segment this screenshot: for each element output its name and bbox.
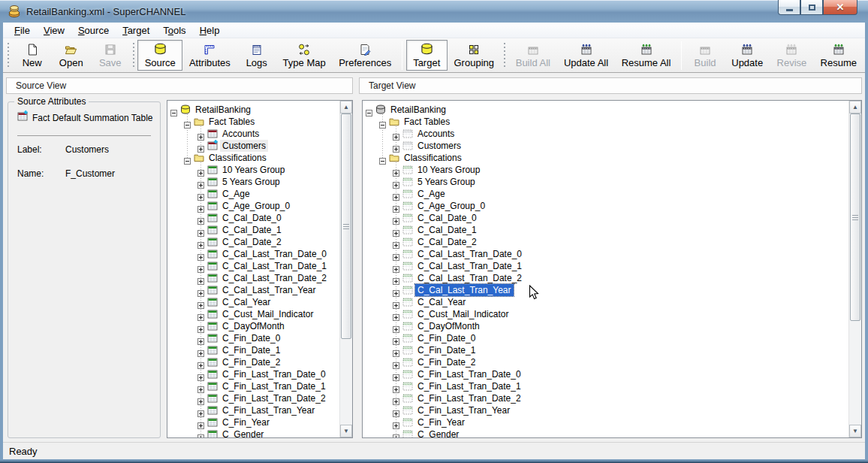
collapse-toggle-icon[interactable] bbox=[170, 106, 177, 113]
tbl-green-icon[interactable] bbox=[207, 321, 218, 331]
expand-toggle-icon[interactable] bbox=[197, 190, 204, 197]
logs-button[interactable]: Logs bbox=[237, 40, 276, 71]
expand-toggle-icon[interactable] bbox=[197, 202, 204, 209]
tree-item-label[interactable]: Fact Tables bbox=[206, 116, 257, 128]
expand-toggle-icon[interactable] bbox=[393, 322, 399, 329]
tbl-green-icon[interactable] bbox=[207, 285, 218, 295]
expand-toggle-icon[interactable] bbox=[393, 190, 399, 197]
titlebar[interactable]: RetailBanking.xml - SuperCHANNEL ✕ bbox=[0, 0, 868, 23]
expand-toggle-icon[interactable] bbox=[393, 226, 399, 233]
expand-toggle-icon[interactable] bbox=[197, 371, 204, 377]
tbl-ghost-green-icon[interactable] bbox=[402, 405, 413, 416]
expand-toggle-icon[interactable] bbox=[393, 419, 399, 425]
tree-item-label[interactable]: C_Fin_Last_Tran_Date_2 bbox=[415, 392, 523, 404]
collapse-toggle-icon[interactable] bbox=[366, 106, 372, 113]
tree-item-label[interactable]: C_Cust_Mail_Indicator bbox=[415, 308, 511, 320]
expand-toggle-icon[interactable] bbox=[197, 383, 204, 389]
tbl-ghost-green-icon[interactable] bbox=[402, 201, 413, 211]
tree-item-label[interactable]: Customers bbox=[415, 140, 463, 152]
source-menu[interactable]: Source bbox=[71, 23, 116, 38]
tbl-green-icon[interactable] bbox=[207, 165, 218, 175]
target-tree-scrollbar[interactable]: ▲ ▼ bbox=[848, 101, 861, 437]
file-menu[interactable]: File bbox=[8, 23, 37, 38]
fact-default-summation-table-button[interactable]: Fact Default Summation Table bbox=[17, 111, 153, 124]
source-tree-scrollbar[interactable]: ▲ ▼ bbox=[339, 101, 352, 437]
expand-toggle-icon[interactable] bbox=[197, 238, 204, 245]
tbl-ghost-green-icon[interactable] bbox=[402, 381, 413, 392]
tree-item-label[interactable]: C_Fin_Date_0 bbox=[415, 332, 478, 344]
tbl-ghost-green-icon[interactable] bbox=[402, 177, 413, 187]
tbl-green-icon[interactable] bbox=[207, 201, 218, 211]
tbl-ghost-green-icon[interactable] bbox=[402, 213, 413, 223]
expand-toggle-icon[interactable] bbox=[197, 310, 204, 317]
tree-item-label[interactable]: C_Gender bbox=[220, 428, 266, 437]
tree-item-label[interactable]: C_Fin_Date_2 bbox=[220, 356, 282, 368]
expand-toggle-icon[interactable] bbox=[197, 334, 204, 341]
tree-item-label[interactable]: C_Fin_Date_1 bbox=[220, 344, 282, 356]
tbl-green-icon[interactable] bbox=[207, 345, 218, 356]
tree-item-label[interactable]: C_Fin_Year bbox=[220, 416, 272, 428]
tree-item-label[interactable]: RetailBanking bbox=[193, 104, 253, 116]
tbl-ghost-green-icon[interactable] bbox=[402, 321, 413, 331]
tree-item-label[interactable]: C_DayOfMonth bbox=[415, 320, 482, 332]
tree-item-label[interactable]: C_Fin_Date_2 bbox=[415, 356, 478, 368]
expand-toggle-icon[interactable] bbox=[197, 286, 204, 293]
expand-toggle-icon[interactable] bbox=[197, 250, 204, 257]
tbl-ghost-green-icon[interactable] bbox=[402, 225, 413, 235]
expand-toggle-icon[interactable] bbox=[197, 262, 204, 269]
tree-item-label[interactable]: C_Fin_Last_Tran_Date_0 bbox=[220, 368, 328, 380]
expand-toggle-icon[interactable] bbox=[197, 166, 204, 173]
type-map-button[interactable]: Type Map bbox=[276, 40, 333, 71]
tree-item-label[interactable]: C_Cal_Last_Tran_Date_0 bbox=[415, 248, 524, 260]
tbl-ghost-green-icon[interactable] bbox=[402, 429, 413, 437]
tree-item-label[interactable]: C_Age bbox=[415, 188, 448, 200]
tbl-green-icon[interactable] bbox=[207, 405, 218, 416]
expand-toggle-icon[interactable] bbox=[393, 286, 399, 293]
update-all-button[interactable]: Update All bbox=[557, 40, 615, 71]
expand-toggle-icon[interactable] bbox=[393, 310, 399, 317]
tbl-green-icon[interactable] bbox=[207, 225, 218, 235]
expand-toggle-icon[interactable] bbox=[393, 274, 399, 281]
target-menu[interactable]: Target bbox=[116, 23, 156, 38]
tree-item-label[interactable]: C_Fin_Last_Tran_Date_1 bbox=[220, 380, 328, 392]
open-button[interactable]: Open bbox=[52, 40, 91, 71]
expand-toggle-icon[interactable] bbox=[393, 383, 399, 389]
expand-toggle-icon[interactable] bbox=[197, 346, 204, 353]
expand-toggle-icon[interactable] bbox=[197, 395, 204, 401]
tree-item-label[interactable]: C_Fin_Last_Tran_Year bbox=[415, 404, 512, 416]
tree-item-label[interactable]: Customers bbox=[220, 140, 268, 152]
tbl-ghost-green-icon[interactable] bbox=[402, 297, 413, 307]
expand-toggle-icon[interactable] bbox=[393, 250, 399, 257]
attributes-button[interactable]: Attributes bbox=[182, 40, 237, 71]
tbl-ghost-icon[interactable] bbox=[402, 141, 413, 151]
expand-toggle-icon[interactable] bbox=[393, 359, 399, 365]
expand-toggle-icon[interactable] bbox=[393, 238, 399, 245]
tbl-green-icon[interactable] bbox=[207, 393, 218, 404]
close-button[interactable]: ✕ bbox=[823, 0, 857, 15]
tbl-green-icon[interactable] bbox=[207, 249, 218, 259]
db-yellow-icon[interactable] bbox=[180, 104, 191, 115]
tree-item-label[interactable]: C_Fin_Date_1 bbox=[415, 344, 478, 356]
expand-toggle-icon[interactable] bbox=[393, 371, 399, 377]
tbl-ghost-green-icon[interactable] bbox=[402, 309, 413, 319]
view-menu[interactable]: View bbox=[37, 23, 71, 38]
tree-item-label[interactable]: C_Cal_Last_Tran_Date_1 bbox=[415, 260, 524, 272]
tree-item-label[interactable]: C_Fin_Last_Tran_Date_2 bbox=[220, 392, 328, 404]
maximize-button[interactable] bbox=[800, 0, 823, 15]
help-menu[interactable]: Help bbox=[193, 23, 227, 38]
update-button[interactable]: Update bbox=[725, 40, 770, 71]
tbl-ghost-green-icon[interactable] bbox=[402, 273, 413, 283]
expand-toggle-icon[interactable] bbox=[393, 130, 399, 137]
expand-toggle-icon[interactable] bbox=[197, 419, 204, 425]
expand-toggle-icon[interactable] bbox=[393, 407, 399, 413]
scrollbar-thumb[interactable] bbox=[850, 113, 860, 321]
tree-item-label[interactable]: C_Cust_Mail_Indicator bbox=[220, 308, 315, 320]
tbl-green-icon[interactable] bbox=[207, 189, 218, 199]
scroll-up-button[interactable]: ▲ bbox=[849, 101, 861, 113]
tbl-ghost-green-icon[interactable] bbox=[402, 357, 413, 368]
tree-item-label[interactable]: C_Cal_Last_Tran_Year bbox=[415, 284, 514, 296]
target-button[interactable]: Target bbox=[406, 40, 448, 71]
expand-toggle-icon[interactable] bbox=[393, 178, 399, 185]
tree-item-label[interactable]: C_DayOfMonth bbox=[220, 320, 287, 332]
folder-icon[interactable] bbox=[194, 153, 204, 163]
